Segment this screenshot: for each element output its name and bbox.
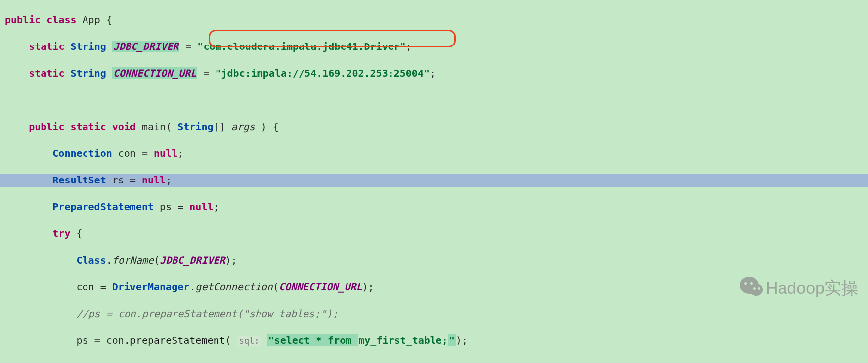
watermark-text: Hadoop实操 — [766, 281, 858, 295]
code-line: Class.forName(JDBC_DRIVER); — [0, 254, 868, 267]
code-line: public static void main( String[] args )… — [0, 120, 868, 134]
code-line: rs = ps.executeQuery(); — [0, 361, 868, 363]
watermark: Hadoop实操 — [740, 277, 858, 299]
code-line: //ps = con.prepareStatement("show tables… — [0, 307, 868, 320]
code-line: try { — [0, 227, 868, 240]
code-editor[interactable]: public class App { static String JDBC_DR… — [0, 0, 868, 363]
code-line: Connection con = null; — [0, 147, 868, 160]
code-line: con = DriverManager.getConnection(CONNEC… — [0, 280, 868, 294]
code-line: public class App { — [0, 13, 868, 27]
code-line-blank — [0, 93, 868, 107]
code-line: ps = con.prepareStatement( sql: "select … — [0, 334, 868, 347]
code-line: PreparedStatement ps = null; — [0, 200, 868, 214]
code-line: static String CONNECTION_URL = "jdbc:imp… — [0, 67, 868, 80]
wechat-icon — [740, 277, 762, 299]
code-line: static String JDBC_DRIVER = "com.clouder… — [0, 40, 868, 53]
code-line-current: ResultSet rs = null; — [0, 174, 868, 187]
